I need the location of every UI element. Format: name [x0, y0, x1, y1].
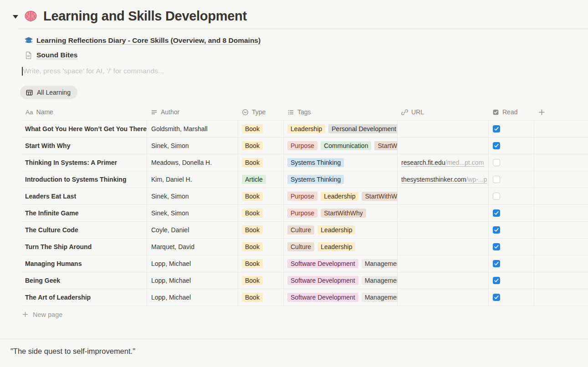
cell-url[interactable]: [398, 121, 489, 137]
cell-read[interactable]: [489, 239, 534, 255]
collapse-toggle-icon[interactable]: [13, 15, 18, 19]
cell-name[interactable]: Being Geek: [22, 272, 147, 289]
column-header-read[interactable]: Read: [489, 104, 534, 120]
cell-type[interactable]: Book: [238, 239, 284, 255]
page-link-sound-bites[interactable]: Sound Bites: [24, 48, 261, 62]
cell-tags[interactable]: CultureLeadership: [284, 239, 398, 255]
cell-tags[interactable]: Systems Thinking: [284, 154, 398, 171]
cell-url[interactable]: [398, 255, 489, 272]
cell-type[interactable]: Book: [238, 272, 284, 289]
cell-url[interactable]: [398, 138, 489, 154]
cell-type[interactable]: Book: [238, 121, 284, 137]
read-checkbox-unchecked[interactable]: [493, 159, 500, 166]
cell-url[interactable]: [398, 289, 489, 306]
cell-tags[interactable]: LeadershipPersonal Development: [284, 121, 398, 137]
cell-tags[interactable]: PurposeLeadershipStartWithWhy: [284, 188, 398, 204]
page-link-learning-reflections[interactable]: Learning Reflections Diary - Core Skills…: [24, 33, 261, 48]
cell-type[interactable]: Book: [238, 222, 284, 238]
cell-tags[interactable]: Software DevelopmentManagement: [284, 289, 398, 306]
read-checkbox-unchecked[interactable]: [493, 176, 500, 183]
cell-type[interactable]: Book: [238, 138, 284, 154]
cell-tags[interactable]: Systems Thinking: [284, 171, 398, 188]
cell-read[interactable]: [489, 205, 534, 221]
cell-name[interactable]: What Got You Here Won’t Get You There: [22, 121, 147, 137]
cell-tags[interactable]: Software DevelopmentManagement: [284, 255, 398, 272]
url-link[interactable]: research.fit.edu/med...pt.com: [401, 159, 484, 166]
cell-author[interactable]: Goldsmith, Marshall: [147, 121, 238, 137]
cell-author[interactable]: Lopp, Michael: [147, 289, 238, 306]
cell-author[interactable]: Kim, Daniel H.: [147, 171, 238, 188]
cell-name[interactable]: Managing Humans: [22, 255, 147, 272]
column-header-name[interactable]: Aa Name: [22, 104, 147, 120]
cell-extra: [534, 138, 588, 154]
cell-author[interactable]: Lopp, Michael: [147, 272, 238, 289]
cell-read[interactable]: [489, 289, 534, 306]
cell-url[interactable]: [398, 272, 489, 289]
read-checkbox-unchecked[interactable]: [493, 193, 500, 200]
cell-name[interactable]: The Culture Code: [22, 222, 147, 238]
cell-read[interactable]: [489, 121, 534, 137]
read-checkbox-checked[interactable]: [493, 243, 500, 250]
editor-line[interactable]: Write, press ’space’ for AI, ’/’ for com…: [22, 66, 164, 76]
cell-url[interactable]: [398, 239, 489, 255]
cell-name[interactable]: The Art of Leadership: [22, 289, 147, 306]
page-link-label[interactable]: Sound Bites: [36, 51, 77, 59]
cell-url[interactable]: [398, 222, 489, 238]
column-header-type[interactable]: Type: [238, 104, 284, 120]
cell-tags[interactable]: PurposeStartWithWhy: [284, 205, 398, 221]
read-checkbox-checked[interactable]: [493, 125, 500, 133]
cell-url[interactable]: [398, 205, 489, 221]
cell-name[interactable]: Leaders Eat Last: [22, 188, 147, 204]
cell-author[interactable]: Marquet, David: [147, 239, 238, 255]
cell-author[interactable]: Sinek, Simon: [147, 138, 238, 154]
view-tab-all-learning[interactable]: All Learning: [20, 86, 77, 99]
cell-type[interactable]: Article: [238, 171, 284, 188]
cell-name[interactable]: Turn The Ship Around: [22, 239, 147, 255]
cell-name[interactable]: Thinking In Systems: A Primer: [22, 154, 147, 171]
cell-read[interactable]: [489, 222, 534, 238]
cell-read[interactable]: [489, 272, 534, 289]
cell-type[interactable]: Book: [238, 154, 284, 171]
read-checkbox-checked[interactable]: [493, 260, 500, 267]
cell-read[interactable]: [489, 154, 534, 171]
text-cursor: [22, 67, 23, 76]
column-header-url[interactable]: URL: [398, 104, 489, 120]
cell-read[interactable]: [489, 255, 534, 272]
cell-author[interactable]: Meadows, Donella H.: [147, 154, 238, 171]
read-checkbox-checked[interactable]: [493, 226, 500, 234]
add-column-button[interactable]: [534, 104, 588, 120]
read-checkbox-checked[interactable]: [493, 209, 500, 217]
cell-author[interactable]: Coyle, Daniel: [147, 222, 238, 238]
cell-tags[interactable]: Software DevelopmentManagement: [284, 272, 398, 289]
cell-type[interactable]: Book: [238, 205, 284, 221]
read-checkbox-checked[interactable]: [493, 294, 500, 301]
new-page-button[interactable]: New page: [22, 306, 62, 323]
url-link[interactable]: thesystemsthinker.com/wp-...p: [401, 176, 487, 183]
url-path: /med...pt.com: [445, 159, 484, 166]
cell-url[interactable]: [398, 188, 489, 204]
cell-extra: [534, 171, 588, 188]
page-link-label[interactable]: Learning Reflections Diary - Core Skills…: [36, 36, 261, 45]
cell-author[interactable]: Lopp, Michael: [147, 255, 238, 272]
cell-type[interactable]: Book: [238, 289, 284, 306]
cell-type[interactable]: Book: [238, 188, 284, 204]
column-header-tags[interactable]: Tags: [284, 104, 398, 120]
cell-name[interactable]: The Infinite Game: [22, 205, 147, 221]
cell-url[interactable]: research.fit.edu/med...pt.com: [398, 154, 489, 171]
cell-tags[interactable]: PurposeCommunicationStartWithWhy: [284, 138, 398, 154]
cell-name[interactable]: Introduction to Systems Thinking: [22, 171, 147, 188]
read-checkbox-checked[interactable]: [493, 277, 500, 284]
row-title: The Art of Leadership: [22, 294, 91, 301]
cell-name[interactable]: Start With Why: [22, 138, 147, 154]
cell-tags[interactable]: CultureLeadership: [284, 222, 398, 238]
cell-author[interactable]: Sinek, Simon: [147, 188, 238, 204]
cell-read[interactable]: [489, 138, 534, 154]
text-icon: [151, 109, 158, 116]
cell-read[interactable]: [489, 188, 534, 204]
cell-url[interactable]: thesystemsthinker.com/wp-...p: [398, 171, 489, 188]
cell-author[interactable]: Sinek, Simon: [147, 205, 238, 221]
cell-read[interactable]: [489, 171, 534, 188]
read-checkbox-checked[interactable]: [493, 142, 500, 149]
column-header-author[interactable]: Author: [147, 104, 238, 120]
cell-type[interactable]: Book: [238, 255, 284, 272]
